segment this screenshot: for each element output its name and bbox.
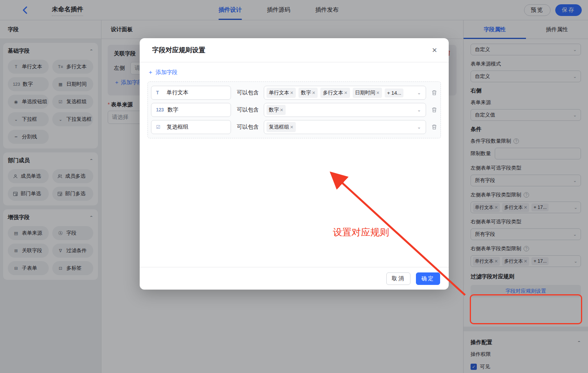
remove-tag-icon[interactable]: ✕ <box>290 125 293 130</box>
rule-field-select[interactable]: T 单行文本 <box>151 86 231 100</box>
modal-add-field-link[interactable]: ＋添加字段 <box>147 69 178 76</box>
checkbox-icon: ☑ <box>156 124 163 130</box>
rule-contains-multiselect[interactable]: 复选框组✕ ⌄ <box>264 120 426 134</box>
tag-label: 单行文本 <box>269 89 289 96</box>
tag-label: 多行文本 <box>323 89 343 96</box>
modal-footer: 取消 确定 <box>140 267 449 290</box>
confirm-button[interactable]: 确定 <box>416 272 440 285</box>
type-tag: 复选框组✕ <box>266 122 296 132</box>
tag-label: 复选框组 <box>269 124 289 131</box>
remove-tag-icon[interactable]: ✕ <box>312 90 315 95</box>
type-tag: 单行文本✕ <box>266 88 296 98</box>
rule-field-value: 单行文本 <box>167 89 188 96</box>
app-window: 未命名插件 插件设计 插件源码 插件发布 预览 保存 字段 基础字段 ⌃ T单行… <box>0 0 588 373</box>
rule-contains-multiselect[interactable]: 数字✕ ⌄ <box>264 103 426 117</box>
modal-body: ＋添加字段 T 单行文本 可以包含 单行文本✕ 数字✕ 多行文本✕ 日期时间✕ … <box>140 62 449 143</box>
rule-field-value: 数字 <box>167 106 178 113</box>
close-icon[interactable]: × <box>432 46 437 55</box>
contains-label: 可以包含 <box>237 124 259 131</box>
chevron-down-icon: ⌄ <box>417 107 421 113</box>
chevron-down-icon: ⌄ <box>417 90 421 95</box>
remove-tag-icon[interactable]: ✕ <box>280 108 283 113</box>
type-tag: 数字✕ <box>298 88 318 98</box>
plus-icon: ＋ <box>147 69 153 76</box>
chevron-down-icon: ⌄ <box>417 124 421 130</box>
delete-rule-icon[interactable] <box>431 90 437 96</box>
rule-field-value: 复选框组 <box>167 124 188 131</box>
remove-tag-icon[interactable]: ✕ <box>290 90 293 95</box>
single-text-icon: T <box>156 90 163 95</box>
tag-label: 数字 <box>301 89 311 96</box>
remove-tag-icon[interactable]: ✕ <box>376 90 380 95</box>
cancel-button[interactable]: 取消 <box>386 272 410 285</box>
rule-contains-multiselect[interactable]: 单行文本✕ 数字✕ 多行文本✕ 日期时间✕ + 14... ⌄ <box>264 86 426 100</box>
modal-title: 字段对应规则设置 <box>152 46 432 55</box>
delete-rule-icon[interactable] <box>431 107 437 113</box>
rule-row: ☑ 复选框组 可以包含 复选框组✕ ⌄ <box>151 120 437 134</box>
rule-row: T 单行文本 可以包含 单行文本✕ 数字✕ 多行文本✕ 日期时间✕ + 14..… <box>151 86 437 100</box>
modal-header: 字段对应规则设置 × <box>140 38 449 62</box>
contains-label: 可以包含 <box>237 106 259 113</box>
contains-label: 可以包含 <box>237 89 259 96</box>
field-rule-modal: 字段对应规则设置 × ＋添加字段 T 单行文本 可以包含 单行文本✕ 数字✕ 多… <box>140 38 449 290</box>
type-tag: 数字✕ <box>266 105 286 115</box>
rule-field-select[interactable]: ☑ 复选框组 <box>151 120 231 134</box>
rule-row: 123 数字 可以包含 数字✕ ⌄ <box>151 103 437 117</box>
number-icon: 123 <box>156 107 164 113</box>
tag-label: 日期时间 <box>355 89 375 96</box>
more-tags-badge: + 14... <box>385 88 404 97</box>
delete-rule-icon[interactable] <box>431 124 437 130</box>
rule-list: T 单行文本 可以包含 单行文本✕ 数字✕ 多行文本✕ 日期时间✕ + 14..… <box>147 81 441 138</box>
tag-label: 数字 <box>269 106 279 113</box>
type-tag: 多行文本✕ <box>320 88 350 98</box>
add-field-label: 添加字段 <box>156 69 178 76</box>
rule-field-select[interactable]: 123 数字 <box>151 103 231 117</box>
type-tag: 日期时间✕ <box>353 88 382 98</box>
remove-tag-icon[interactable]: ✕ <box>344 90 347 95</box>
